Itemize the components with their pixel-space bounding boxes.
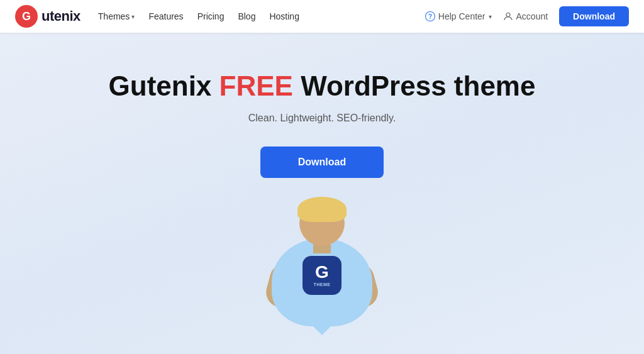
- logo-text: utenix: [42, 8, 80, 25]
- nav-themes[interactable]: Themes ▾: [98, 11, 135, 21]
- svg-text:?: ?: [428, 13, 432, 20]
- mascot-bubble-tail: [312, 325, 332, 335]
- mascot-badge-subtext: THEME: [314, 282, 331, 287]
- navbar: G utenix Themes ▾ Features Pricing Blog …: [0, 0, 644, 33]
- chevron-down-icon: ▾: [131, 13, 135, 20]
- nav-hosting[interactable]: Hosting: [269, 11, 299, 21]
- help-icon: ?: [425, 11, 435, 21]
- user-icon: [503, 11, 513, 21]
- hero-title: Gutenix FREE WordPress theme: [109, 70, 536, 102]
- logo[interactable]: G utenix: [15, 5, 80, 28]
- nav-blog[interactable]: Blog: [238, 11, 255, 21]
- nav-download-button[interactable]: Download: [559, 6, 629, 26]
- mascot: G THEME: [265, 201, 379, 326]
- nav-right: ? Help Center ▾ Account Download: [425, 6, 629, 26]
- mascot-badge-letter: G: [315, 263, 329, 281]
- nav-pricing[interactable]: Pricing: [197, 11, 225, 21]
- hero-free-word: FREE: [219, 70, 293, 101]
- svg-text:G: G: [22, 10, 31, 23]
- account-link[interactable]: Account: [503, 11, 548, 21]
- mascot-badge: G THEME: [303, 256, 341, 295]
- svg-point-4: [506, 13, 510, 17]
- help-center-link[interactable]: ? Help Center ▾: [425, 11, 492, 21]
- mascot-hair: [297, 197, 347, 222]
- chevron-down-icon: ▾: [489, 13, 492, 20]
- nav-links: Themes ▾ Features Pricing Blog Hosting: [98, 11, 425, 21]
- hero-section: Gutenix FREE WordPress theme Clean. Ligh…: [0, 33, 644, 354]
- nav-features[interactable]: Features: [148, 11, 183, 21]
- hero-download-button[interactable]: Download: [260, 147, 384, 178]
- hero-subtitle: Clean. Lightweight. SEO-friendly.: [248, 113, 396, 124]
